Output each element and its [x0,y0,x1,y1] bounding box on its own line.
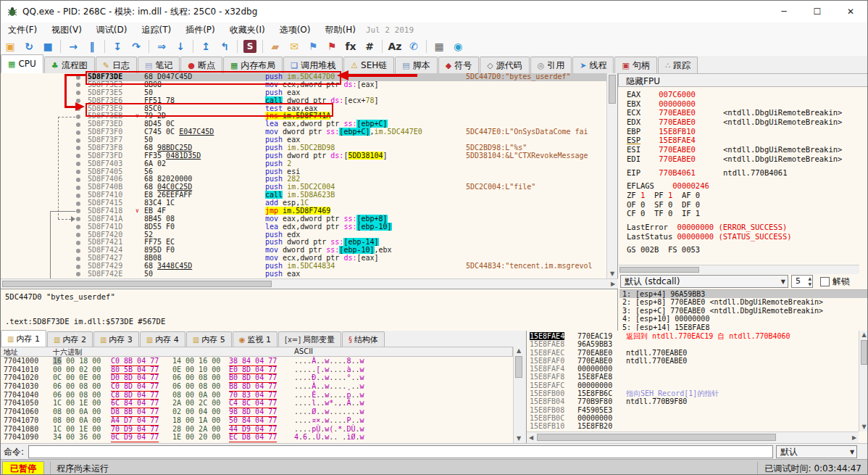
dump-row[interactable]: 7704101000 00 02 0080 5B 04 770E 00 10 0… [1,365,513,374]
register-row[interactable]: EBP 15E8FB10 [627,127,866,136]
breakpoint-dot[interactable] [76,91,80,95]
register-row[interactable]: LastStatus 00000000 (STATUS_SUCCESS) [627,232,866,241]
tab-memory-dump-2[interactable]: ▥内存 2 [47,331,93,347]
breakpoint-dot[interactable] [76,202,80,206]
maximize-button[interactable]: ☐ [801,1,834,22]
comments-icon[interactable]: ✉ [285,38,303,54]
register-row[interactable]: ESI 770EABE0<ntdll.DbgUiRemoteBreakin> [627,145,866,154]
breakpoint-dot[interactable] [76,257,80,261]
disasm-horizontal-scrollbar[interactable]: ▶ [1,278,618,289]
open-file-icon[interactable]: ▣ [1,38,19,54]
tab-memory-dump-1[interactable]: ▥内存 1 [1,330,46,347]
dump-row[interactable]: 7704109034 00 36 000C D9 04 771E 00 20 0… [1,433,513,442]
disasm-row[interactable]: 5D8F742E50push eax [1,270,608,278]
tab-trace[interactable]: ∴跟踪 [658,57,698,73]
attach-icon[interactable]: ✆ [405,38,422,54]
stack-horizontal-scrollbar[interactable]: ◀ ▶ [527,431,859,443]
tab-struct[interactable]: §结构体 [342,331,385,347]
breakpoint-dot[interactable] [76,115,80,119]
stack-row[interactable]: 15E8FAF815E8FAE8 [527,373,859,381]
pause-icon[interactable]: ‖ [83,38,101,54]
tab-memory-dump-3[interactable]: ▥内存 3 [93,331,139,347]
breakpoint-dot[interactable] [76,209,80,213]
dump-vertical-scrollbar[interactable]: ▲ ▼ [513,347,525,443]
calling-convention-select[interactable]: 默认 (stdcall) ▼ [620,275,788,288]
dump-row[interactable]: 770410200C 00 0E 00D0 8D 04 7706 00 08 0… [1,373,513,382]
dump-row[interactable]: 770410501C 00 1E 006C 84 04 772A 00 2C 0… [1,399,513,408]
breakpoint-dot[interactable] [76,265,80,269]
menu-file[interactable]: 文件(F) [1,22,44,38]
menu-view[interactable]: 视图(V) [44,22,89,38]
command-profile-select[interactable]: 默认 ▼ [776,445,857,458]
run-to-user-code-icon[interactable]: ⇒ [153,38,170,54]
breakpoint-dot[interactable] [76,139,80,143]
command-input[interactable] [28,445,773,458]
breakpoint-dot[interactable] [76,233,80,237]
stack-row[interactable]: 15E8FAE4770EAC19返回到 ntdll.770EAC19 自 ntd… [527,332,859,340]
register-row[interactable]: LastError 00000000 (ERROR_SUCCESS) [627,223,866,232]
tab-references[interactable]: ◎引用 [530,57,572,73]
stack-row[interactable]: 15E8FB1015E8FB20 [527,422,859,430]
stack-row[interactable]: 15E8FB0C00000000 [527,414,859,422]
argument-row[interactable]: 1: [esp+4] 96A59BB3 [619,290,867,298]
script-s-icon[interactable]: S [243,40,256,53]
register-row[interactable]: EAX 007C6000 [627,90,866,99]
register-row[interactable]: ECX 770EABE0<ntdll.DbgUiRemoteBreakin> [627,108,866,117]
minimize-button[interactable]: ─ [767,1,801,22]
stack-row[interactable]: 15E8FAEC770EABE0ntdll.770EABE0 [527,349,859,357]
strings-icon[interactable]: Az [386,38,404,54]
tab-memory-dump-4[interactable]: ▥内存 4 [140,331,185,347]
stop-icon[interactable]: ■ [39,38,57,54]
breakpoint-dot[interactable] [76,217,80,221]
menu-options[interactable]: 选项(O) [272,22,318,38]
dump-row[interactable]: 7704104006 00 08 00C8 8D 04 7708 00 0A 0… [1,391,513,400]
dump-row[interactable]: 7704107008 00 0A 00A4 D7 04 7718 00 1A 0… [1,416,513,425]
tab-cpu[interactable]: ▦CPU [1,54,43,73]
breakpoint-dot[interactable] [76,225,80,229]
breakpoint-dot[interactable] [76,131,80,135]
step-over-icon[interactable]: ↷ [128,38,145,54]
argument-row[interactable]: 2: [esp+8] 770EABE0 <ntdll.DbgUiRemoteBr… [619,298,867,306]
stack-row[interactable]: 15E8FAF0770EABE0ntdll.770EABE0 [527,357,859,365]
menu-help[interactable]: 帮助(H) [317,22,362,38]
register-row[interactable]: GS 002B FS 0053 [627,245,866,255]
dump-row[interactable]: 7704100016 00 18 00C0 8B 04 7714 00 16 0… [1,357,513,365]
execute-till-return-icon[interactable]: ↥ [197,38,214,54]
labels-icon[interactable]: ⚑ [304,38,322,54]
menu-favourites[interactable]: 收藏夹(I) [222,22,272,38]
tab-memory-dump-5[interactable]: ▥内存 5 [186,331,232,347]
step-down-icon[interactable]: ↓ [172,38,189,54]
breakpoint-dot[interactable] [76,186,80,190]
disasm-vertical-scrollbar[interactable]: ▼ [606,73,617,278]
breakpoint-dot[interactable] [76,170,80,174]
breakpoint-dot[interactable] [76,123,80,127]
dump-row[interactable]: 770410801C 00 1E 0070 D9 04 7728 00 2A 0… [1,425,513,434]
hide-fpu-button[interactable]: 隐藏FPU [618,73,868,87]
run-icon[interactable]: → [64,38,82,54]
stack-row[interactable]: 15E8FAFC00000000 [527,381,859,389]
stack-vertical-scrollbar[interactable]: ▲ ▼ [859,331,868,431]
breakpoint-dot[interactable] [76,146,80,150]
dump-row[interactable]: 7704103006 00 08 00C0 8D 04 7706 00 08 0… [1,382,513,391]
breakpoint-dot[interactable] [76,178,80,182]
arg-count-stepper[interactable]: 5 ▲▼ [791,275,813,288]
functions-icon[interactable]: fx [342,38,359,54]
breakpoint-dot[interactable] [76,272,80,276]
breakpoint-dot[interactable] [76,241,80,245]
stack-row[interactable]: 15E8FAF400000000 [527,365,859,373]
restart-icon[interactable]: ↻ [20,38,38,54]
breakpoint-dot[interactable] [76,194,80,198]
argument-row[interactable]: 3: [esp+C] 770EABE0 <ntdll.DbgUiRemoteBr… [619,307,867,315]
register-row[interactable]: EIP 770B4061ntdll.770B4061 [627,168,866,178]
tab-locals[interactable]: [x=]局部变量 [278,331,341,347]
breakpoint-dot[interactable] [76,249,80,253]
register-row[interactable]: ESP 15E8FAE4 [627,136,866,145]
step-out-user-icon[interactable]: ↰ [216,38,233,54]
globe-icon[interactable]: ◉ [449,38,467,54]
stack-row[interactable]: 15E8FB0015E8FB6C指向SEH_Record[1]的指针 [527,389,859,397]
unlock-checkbox[interactable] [820,277,830,286]
tab-symbols[interactable]: ◆符号 [438,57,479,73]
register-row[interactable]: EDX 770EABE0<ntdll.DbgUiRemoteBreakin> [627,117,866,127]
tab-script[interactable]: ▤脚本 [395,57,437,73]
step-into-icon[interactable]: ↧ [109,38,126,54]
